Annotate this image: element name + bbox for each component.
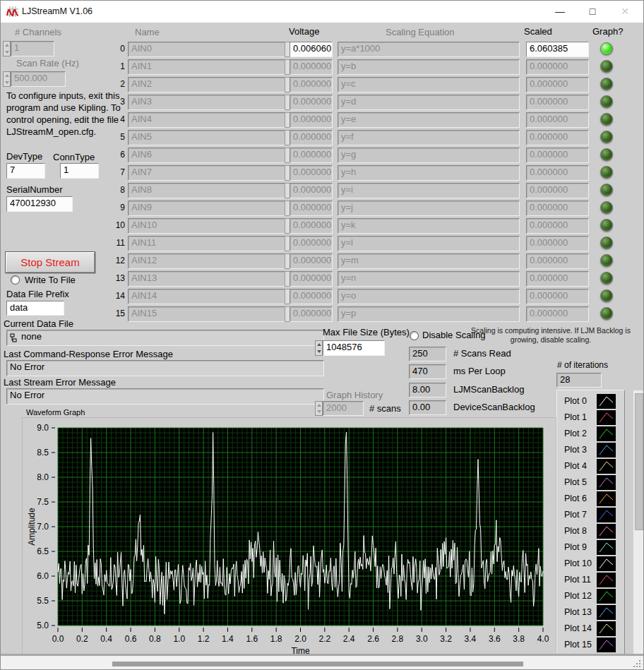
minimize-button[interactable]: — <box>544 1 576 22</box>
scan-rate-spinner[interactable] <box>3 71 11 87</box>
graph-led[interactable] <box>600 289 613 302</box>
legend-item[interactable]: Plot 6 <box>557 491 624 507</box>
scaling-equation-field[interactable]: y=i <box>338 183 520 198</box>
channel-name-field[interactable]: AIN1 <box>128 59 289 75</box>
scaling-equation-field[interactable]: y=b <box>338 59 520 75</box>
legend-item[interactable]: Plot 9 <box>557 540 624 556</box>
scaling-equation-field[interactable]: y=e <box>338 112 520 128</box>
legend-item[interactable]: Plot 15 <box>557 638 624 653</box>
scaling-equation-field[interactable]: y=c <box>338 77 520 92</box>
voltage-spinner[interactable] <box>285 201 290 216</box>
channel-name-field[interactable]: AIN15 <box>128 306 289 322</box>
channel-name-field[interactable]: AIN10 <box>128 218 289 234</box>
maximize-button[interactable]: □ <box>577 1 608 22</box>
scaling-equation-field[interactable]: y=f <box>338 130 520 145</box>
channel-name-field[interactable]: AIN14 <box>128 289 289 304</box>
graph-led[interactable] <box>600 201 613 214</box>
horizontal-scrollbar[interactable] <box>1 656 644 670</box>
graph-history-field[interactable]: 2000 <box>323 401 364 416</box>
vertical-scrollbar-thumb[interactable] <box>635 393 643 530</box>
graph-led[interactable] <box>600 131 613 143</box>
channel-name-field[interactable]: AIN3 <box>128 95 289 110</box>
voltage-spinner[interactable] <box>285 306 290 322</box>
graph-history-spinner[interactable] <box>315 401 323 416</box>
scaling-equation-field[interactable]: y=d <box>338 95 520 110</box>
close-button[interactable]: ✕ <box>609 1 640 22</box>
graph-led[interactable] <box>600 42 613 55</box>
legend-item[interactable]: Plot 4 <box>557 459 624 474</box>
graph-led[interactable] <box>600 184 613 196</box>
scaling-equation-field[interactable]: y=g <box>338 148 520 163</box>
graph-led[interactable] <box>600 219 613 232</box>
scaling-equation-field[interactable]: y=a*1000 <box>338 42 520 57</box>
stop-stream-button[interactable]: Stop Stream <box>5 251 95 273</box>
current-data-file-field[interactable]: none <box>6 330 324 346</box>
voltage-spinner[interactable] <box>285 112 290 128</box>
channel-name-field[interactable]: AIN6 <box>128 148 289 163</box>
voltage-spinner[interactable] <box>285 165 290 181</box>
conntype-field[interactable]: 1 <box>60 163 99 179</box>
channel-name-field[interactable]: AIN11 <box>128 236 289 251</box>
legend-item[interactable]: Plot 0 <box>557 394 624 409</box>
write-to-file-radio[interactable] <box>11 275 20 285</box>
serial-number-field[interactable]: 470012930 <box>6 196 73 212</box>
legend-item[interactable]: Plot 14 <box>557 621 624 637</box>
legend-item[interactable]: Plot 13 <box>557 605 624 621</box>
graph-led[interactable] <box>600 254 613 267</box>
voltage-spinner[interactable] <box>285 77 290 92</box>
horizontal-scrollbar-thumb[interactable] <box>112 662 523 666</box>
legend-item[interactable]: Plot 10 <box>557 556 624 572</box>
legend-item[interactable]: Plot 12 <box>557 589 624 604</box>
voltage-spinner[interactable] <box>285 253 290 269</box>
graph-led[interactable] <box>600 237 613 249</box>
graph-led[interactable] <box>600 60 613 73</box>
title-bar[interactable]: LJStreamM V1.06 — □ ✕ <box>1 1 643 23</box>
max-file-size-field[interactable]: 1048576 <box>323 340 385 356</box>
channel-name-field[interactable]: AIN12 <box>128 253 289 269</box>
legend-item[interactable]: Plot 7 <box>557 508 624 523</box>
channel-name-field[interactable]: AIN8 <box>128 183 289 198</box>
channels-spinner[interactable] <box>3 41 11 56</box>
scaling-equation-field[interactable]: y=o <box>338 289 520 304</box>
graph-led[interactable] <box>600 166 613 179</box>
scaling-equation-field[interactable]: y=k <box>338 218 520 234</box>
graph-led[interactable] <box>600 148 613 161</box>
max-file-size-spinner[interactable] <box>315 340 323 356</box>
channel-name-field[interactable]: AIN7 <box>128 165 289 181</box>
voltage-spinner[interactable] <box>285 183 290 198</box>
voltage-spinner[interactable] <box>285 130 290 145</box>
channel-name-field[interactable]: AIN2 <box>128 77 289 92</box>
channel-name-field[interactable]: AIN0 <box>128 42 289 57</box>
legend-item[interactable]: Plot 3 <box>557 443 624 458</box>
scaling-equation-field[interactable]: y=l <box>338 236 520 251</box>
scan-rate-field[interactable]: 500.000 <box>11 71 66 87</box>
channel-name-field[interactable]: AIN13 <box>128 271 289 287</box>
voltage-spinner[interactable] <box>285 59 290 75</box>
graph-led[interactable] <box>600 95 613 108</box>
channel-name-field[interactable]: AIN4 <box>128 112 289 128</box>
voltage-spinner[interactable] <box>285 236 290 251</box>
voltage-spinner[interactable] <box>285 95 290 110</box>
voltage-spinner[interactable] <box>285 42 290 57</box>
voltage-spinner[interactable] <box>285 271 290 287</box>
voltage-spinner[interactable] <box>285 148 290 163</box>
legend-item[interactable]: Plot 1 <box>557 410 624 426</box>
legend-item[interactable]: Plot 2 <box>557 426 624 442</box>
resize-grip[interactable] <box>633 660 642 669</box>
scaling-equation-field[interactable]: y=n <box>338 271 520 287</box>
scaling-equation-field[interactable]: y=m <box>338 253 520 269</box>
graph-led[interactable] <box>600 78 613 90</box>
channel-name-field[interactable]: AIN5 <box>128 130 289 145</box>
graph-led[interactable] <box>600 113 613 126</box>
voltage-spinner[interactable] <box>285 218 290 234</box>
graph-led[interactable] <box>600 272 613 285</box>
graph-led[interactable] <box>600 307 613 320</box>
scaling-equation-field[interactable]: y=j <box>338 201 520 216</box>
channel-name-field[interactable]: AIN9 <box>128 201 289 216</box>
voltage-spinner[interactable] <box>285 289 290 304</box>
disable-scaling-radio[interactable] <box>410 331 419 340</box>
legend-item[interactable]: Plot 8 <box>557 524 624 539</box>
vertical-scrollbar[interactable] <box>633 390 644 660</box>
devtype-field[interactable]: 7 <box>6 163 45 179</box>
scaling-equation-field[interactable]: y=p <box>338 306 520 322</box>
